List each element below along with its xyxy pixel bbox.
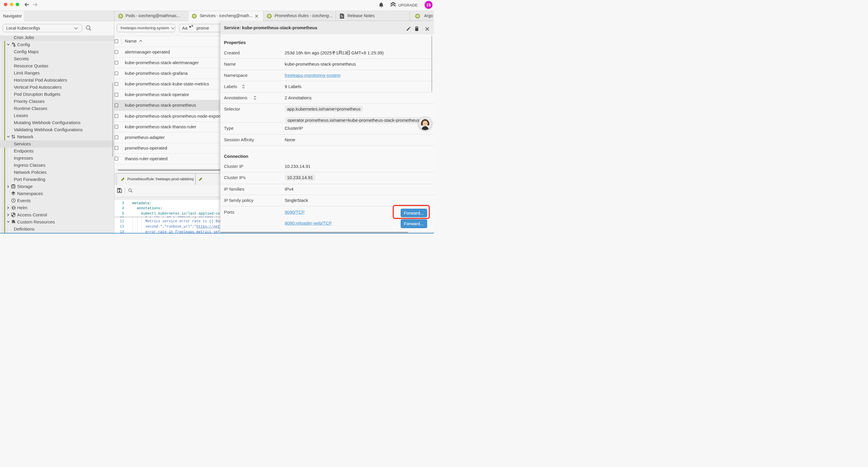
svg-text:HELM: HELM xyxy=(11,207,16,209)
